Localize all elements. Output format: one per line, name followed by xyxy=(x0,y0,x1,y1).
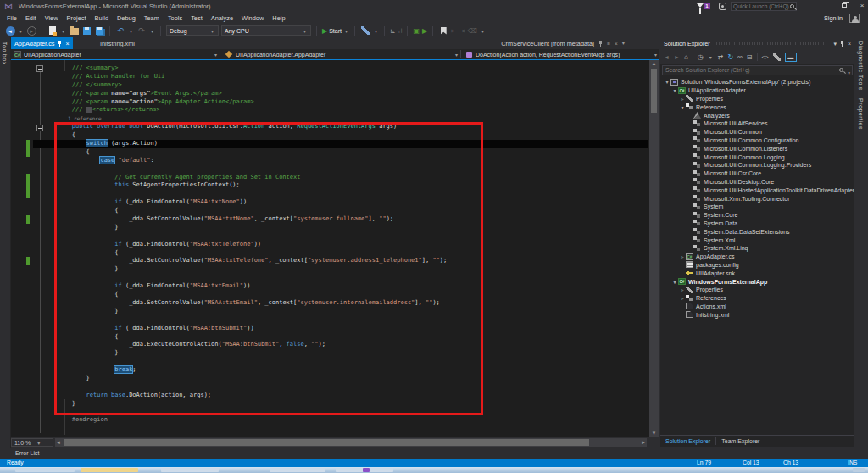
view-code-icon[interactable]: <> xyxy=(762,54,769,60)
previous-bookmark-button[interactable]: ⇤ xyxy=(451,27,457,35)
pending-changes-filter-icon[interactable]: ◷ xyxy=(698,53,704,61)
user-avatar[interactable] xyxy=(849,14,860,23)
tree-item[interactable]: ▾References xyxy=(660,103,854,111)
open-file-button[interactable] xyxy=(69,25,79,36)
expander-expanded-icon[interactable]: ▾ xyxy=(671,87,678,93)
restore-button[interactable] xyxy=(839,1,851,11)
member-dropdown[interactable]: DoAction(Action action, RequestActionEve… xyxy=(463,49,659,59)
notifications-icon[interactable]: 1 xyxy=(697,3,714,11)
tab-appadapter-cs[interactable]: AppAdapter.cs × xyxy=(11,37,73,49)
properties-wrench-icon[interactable] xyxy=(773,53,781,61)
tree-item[interactable]: Microsoft.Uii.Common.Configuration xyxy=(660,136,854,145)
tree-item[interactable]: Microsoft.Uii.Common.Logging.Providers xyxy=(660,161,854,170)
expander-collapsed-icon[interactable]: ▹ xyxy=(679,253,686,259)
step-into-button[interactable]: ▣ xyxy=(413,27,420,35)
tree-item[interactable]: ▹C#AppAdapter.cs xyxy=(660,253,854,261)
pin-icon[interactable] xyxy=(58,41,62,47)
start-debugging-button[interactable]: ▶Start▾ xyxy=(322,27,349,35)
new-file-button[interactable] xyxy=(47,25,58,36)
search-options-chevron-icon[interactable]: ▾ xyxy=(848,69,850,77)
scrollbar-thumb[interactable] xyxy=(651,69,657,113)
se-forward-icon[interactable]: ► xyxy=(674,54,680,60)
close-tab-icon[interactable]: × xyxy=(65,41,69,47)
menu-file[interactable]: File xyxy=(3,14,21,23)
tab-solution-explorer[interactable]: Solution Explorer xyxy=(660,438,715,444)
undo-button[interactable]: ↶ xyxy=(115,25,125,36)
project-dropdown[interactable]: C# UIIApplicationAdapter ▾ xyxy=(11,49,219,59)
clear-bookmarks-button[interactable]: ⌫ xyxy=(468,27,477,35)
tree-item[interactable]: System.Xml.Linq xyxy=(660,244,854,253)
navigate-backward-dropdown[interactable]: ▾ xyxy=(18,28,24,34)
editor-zoom-combo[interactable]: 110 %▾ xyxy=(11,438,53,447)
tree-item[interactable]: System.Data.DataSetExtensions xyxy=(660,227,854,236)
tab-crmserviceclient-preview[interactable]: CrmServiceClient [from metadata] ≡ × ▾ xyxy=(501,37,625,49)
menu-help[interactable]: Help xyxy=(268,14,289,23)
attach-to-process-button[interactable]: ⑁ xyxy=(398,27,403,35)
tree-item[interactable]: Microsoft.Uii.AifServices xyxy=(660,120,854,128)
tree-item[interactable]: System.Data xyxy=(660,220,854,228)
expander-collapsed-icon[interactable]: ▹ xyxy=(679,295,686,301)
tree-item[interactable]: Microsoft.Uii.HostedApplicationToolkit.D… xyxy=(660,186,854,194)
toolbox-side-tab[interactable]: Toolbox xyxy=(0,37,11,448)
taskbar-item[interactable] xyxy=(363,468,370,472)
scrollbar-thumb[interactable] xyxy=(64,439,589,446)
tree-item[interactable]: Microsoft.Uii.Csr.Core xyxy=(660,170,854,178)
tree-item[interactable]: ▾C#WindowsFormsExternalApp xyxy=(660,277,854,286)
expander-expanded-icon[interactable]: ▾ xyxy=(664,79,670,85)
solution-explorer-search-input[interactable]: Search Solution Explorer (Ctrl+ç) ▾ xyxy=(662,65,853,75)
taskbar-item[interactable] xyxy=(15,468,75,472)
close-button[interactable]: × xyxy=(856,1,868,11)
feedback-icon[interactable] xyxy=(719,3,726,10)
collapse-region-button[interactable] xyxy=(36,65,43,72)
tab-scroll-chevron-icon[interactable]: ▾ xyxy=(622,40,625,47)
menu-team[interactable]: Team xyxy=(140,14,164,23)
filter-dropdown[interactable]: ▾ xyxy=(708,54,714,60)
taskbar-item[interactable] xyxy=(853,468,865,472)
solution-configurations-combo[interactable]: Debug▾ xyxy=(166,25,219,36)
menu-build[interactable]: Build xyxy=(91,14,113,23)
code-editor[interactable]: /// <summary>/// Action Handler for Uii/… xyxy=(11,60,659,437)
properties-side-tab[interactable]: Properties xyxy=(858,98,864,130)
tree-item[interactable]: Microsoft.Xrm.Tooling.Connector xyxy=(660,194,854,203)
save-all-button[interactable] xyxy=(94,25,104,36)
tab-initstring-xml[interactable]: Initstring.xml xyxy=(96,37,139,49)
type-dropdown[interactable]: UIIApplicationAdapter.AppAdapter ▾ xyxy=(222,49,459,59)
tree-item[interactable]: UIIAdapter.snk xyxy=(660,269,854,277)
solution-explorer-header[interactable]: Solution Explorer ▾ × xyxy=(660,37,854,50)
diagnostic-tools-side-tab[interactable]: Diagnostic Tools xyxy=(858,41,864,91)
close-panel-icon[interactable]: × xyxy=(848,41,851,47)
navigate-backward-button[interactable]: ◂ xyxy=(5,25,15,36)
minimize-button[interactable] xyxy=(821,1,832,11)
menu-tools[interactable]: Tools xyxy=(164,14,186,23)
tab-team-explorer[interactable]: Team Explorer xyxy=(716,438,765,444)
taskbar-item[interactable] xyxy=(81,468,138,472)
tab-list-icon[interactable]: ≡ xyxy=(607,41,610,47)
preview-selected-items-toggle[interactable]: ▬ xyxy=(785,53,797,62)
tree-item[interactable]: Actions.xml xyxy=(660,303,854,311)
auto-hide-pin-icon[interactable] xyxy=(840,41,844,47)
undo-dropdown[interactable]: ▾ xyxy=(128,28,134,34)
sign-in-link[interactable]: Sign in xyxy=(824,14,843,22)
tree-item[interactable]: ▹Properties xyxy=(660,95,854,103)
tree-item[interactable]: Analyzers xyxy=(660,111,854,120)
refresh-icon[interactable]: ↻ xyxy=(727,53,733,61)
tree-item[interactable]: Microsoft.Uii.Common.Logging xyxy=(660,153,854,161)
tree-item[interactable]: System.Xml xyxy=(660,236,854,244)
new-file-dropdown[interactable]: ▾ xyxy=(60,28,66,34)
toolbar-options-chevron[interactable]: ▾ xyxy=(480,28,486,34)
close-tab-icon[interactable]: × xyxy=(615,41,618,47)
redo-dropdown[interactable]: ▾ xyxy=(149,28,155,34)
expander-collapsed-icon[interactable]: ▹ xyxy=(679,287,686,292)
collapse-all-icon[interactable]: ⊟ xyxy=(747,53,753,61)
save-button[interactable] xyxy=(81,25,92,36)
tree-item[interactable]: ▾Solution 'WindowsFormsExternalApp' (2 p… xyxy=(660,78,854,86)
redo-button[interactable]: ↷ xyxy=(136,25,147,36)
bookmark-button[interactable] xyxy=(438,25,448,36)
expander-expanded-icon[interactable]: ▾ xyxy=(671,279,678,285)
tree-item[interactable]: Microsoft.Uii.Common.Listeners xyxy=(660,144,854,153)
menu-window[interactable]: Window xyxy=(237,14,268,23)
navigate-forward-button[interactable]: ▸ xyxy=(26,25,36,36)
tree-item[interactable]: Initstring.xml xyxy=(660,310,854,319)
pin-icon[interactable] xyxy=(598,41,603,47)
tree-item[interactable]: ▹References xyxy=(660,294,854,303)
